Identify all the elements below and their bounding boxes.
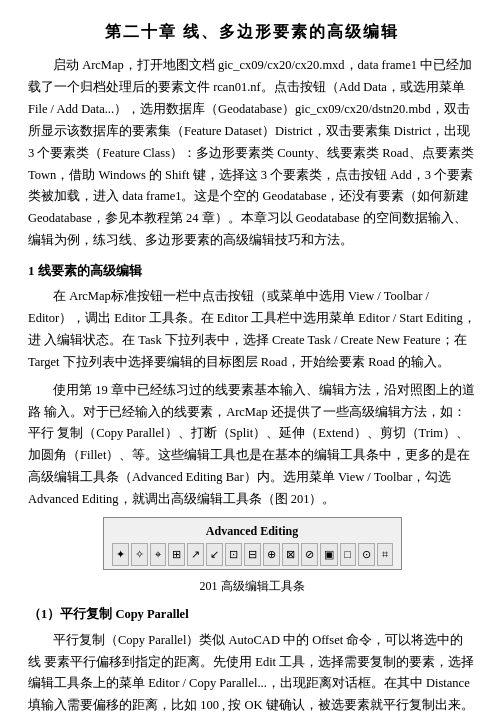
toolbar-icon-4: ⊞: [168, 543, 185, 566]
toolbar-icon-12: ▣: [320, 543, 338, 566]
toolbar-icon-2: ✧: [131, 543, 148, 566]
page-title: 第二十章 线、多边形要素的高级编辑: [28, 18, 476, 45]
toolbar-icon-7: ⊡: [225, 543, 242, 566]
subsection1-para1: 平行复制（Copy Parallel）类似 AutoCAD 中的 Offset …: [28, 630, 476, 713]
section1-para2: 使用第 19 章中已经练习过的线要素基本输入、编辑方法，沿对照图上的道路 输入。…: [28, 380, 476, 511]
toolbar-icon-14: ⊙: [358, 543, 375, 566]
toolbar-icon-13: □: [340, 543, 356, 566]
toolbar-icon-9: ⊕: [263, 543, 280, 566]
section1-para1: 在 ArcMap标准按钮一栏中点击按钮（或菜单中选用 View / Toolba…: [28, 286, 476, 374]
toolbar-icon-1: ✦: [112, 543, 129, 566]
toolbar-caption: 201 高级编辑工具条: [28, 576, 476, 596]
toolbar-icons-row: ✦ ✧ ⌖ ⊞ ↗ ↙ ⊡ ⊟ ⊕ ⊠ ⊘ ▣ □ ⊙ ⌗: [112, 543, 393, 566]
toolbar-icon-11: ⊘: [301, 543, 318, 566]
advanced-editing-toolbar: Advanced Editing ✦ ✧ ⌖ ⊞ ↗ ↙ ⊡ ⊟ ⊕ ⊠ ⊘ ▣…: [103, 517, 402, 570]
page-container: 第二十章 线、多边形要素的高级编辑 启动 ArcMap，打开地图文档 gic_c…: [28, 18, 476, 713]
toolbar-icon-10: ⊠: [282, 543, 299, 566]
toolbar-icon-5: ↗: [187, 543, 204, 566]
toolbar-icon-6: ↙: [206, 543, 223, 566]
toolbar-icon-3: ⌖: [150, 543, 166, 566]
subsection1-heading: （1）平行复制 Copy Parallel: [28, 604, 476, 625]
section1-heading: 1 线要素的高级编辑: [28, 260, 476, 282]
toolbar-icon-15: ⌗: [377, 543, 393, 566]
toolbar-icon-8: ⊟: [244, 543, 261, 566]
toolbar-title: Advanced Editing: [112, 521, 393, 541]
intro-para1: 启动 ArcMap，打开地图文档 gic_cx09/cx20/cx20.mxd，…: [28, 55, 476, 252]
